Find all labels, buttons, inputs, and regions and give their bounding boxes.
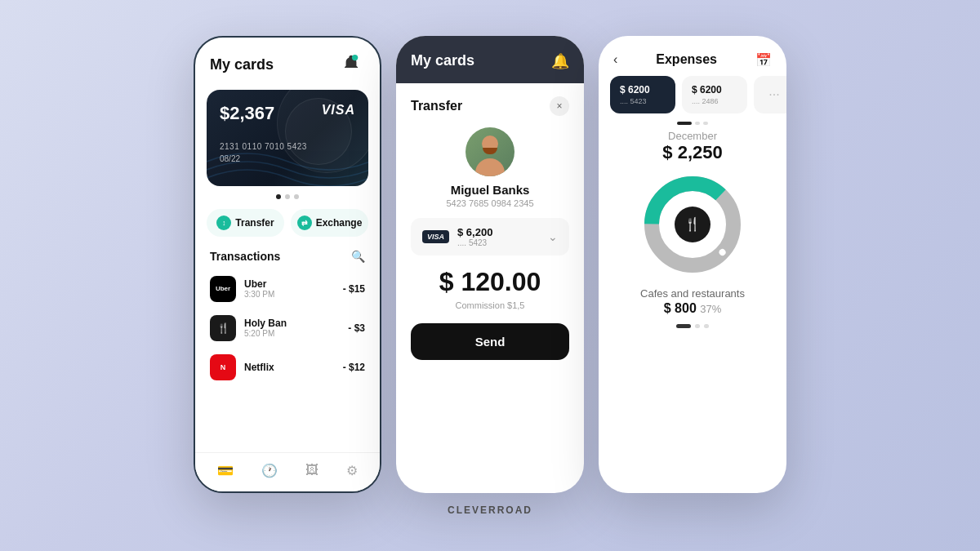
- nav-image-icon[interactable]: 🖼: [305, 463, 318, 478]
- phone2-transfer-panel: Transfer × Miguel Banks 5423 7685 0984 2…: [396, 83, 584, 373]
- mini-card-amount: $ 6200: [692, 84, 737, 96]
- svg-point-0: [352, 54, 358, 60]
- recipient-card-number: 5423 7685 0984 2345: [411, 198, 569, 208]
- transfer-icon: ↕: [216, 216, 231, 230]
- commission-label: Commission $1,5: [411, 300, 569, 310]
- donut-chart: 🍴: [639, 171, 746, 278]
- calendar-icon[interactable]: 📅: [755, 52, 772, 68]
- table-row[interactable]: 🍴 Holy Ban 5:20 PM - $3: [195, 309, 380, 348]
- payment-card[interactable]: $2,367 VISA 2131 0110 7010 5423 08/22: [207, 90, 368, 186]
- nav-gear-icon[interactable]: ⚙: [346, 463, 358, 478]
- card-selector[interactable]: VISA $ 6,200 .... 5423 ⌄: [411, 218, 569, 256]
- txn-amount: - $15: [343, 283, 365, 295]
- phone2-dark-header: My cards 🔔: [396, 36, 584, 83]
- inactive-dot: [695, 324, 700, 328]
- phone-3: ‹ Expenses 📅 $ 6200 .... 5423 $ 6200 ...…: [599, 36, 786, 493]
- brand-label: CLEVERROAD: [448, 504, 532, 516]
- expenses-title: Expenses: [656, 52, 717, 67]
- phone2-dark-title: My cards: [411, 52, 474, 69]
- phone-1: My cards $2,367 VISA 2131 0110 7010 5423…: [194, 36, 381, 493]
- phone1-title: My cards: [210, 56, 274, 73]
- nav-card-icon[interactable]: 💳: [217, 463, 234, 478]
- recipient-name: Miguel Banks: [411, 183, 569, 197]
- txn-name: Uber: [244, 278, 335, 290]
- page-dots: [599, 324, 786, 328]
- exchange-icon: ⇄: [297, 216, 312, 230]
- card-carousel: $ 6200 .... 5423 $ 6200 .... 2486 ···: [599, 76, 786, 122]
- close-button[interactable]: ×: [550, 96, 569, 116]
- card-amount: $2,367: [220, 103, 355, 124]
- transfer-label: Transfer: [235, 217, 274, 229]
- restaurant-icon: 🍴: [675, 207, 710, 242]
- send-button[interactable]: Send: [411, 323, 569, 360]
- transfer-header: Transfer ×: [411, 96, 569, 116]
- list-item[interactable]: $ 6200 .... 5423: [610, 76, 675, 113]
- month-label: December: [599, 130, 786, 142]
- nav-clock-icon[interactable]: 🕐: [261, 463, 278, 478]
- card-brand: VISA: [322, 103, 355, 118]
- card-selector-amount: $ 6,200: [457, 226, 540, 238]
- table-row[interactable]: N Netflix - $12: [195, 348, 380, 387]
- mini-card-amount: $ 6200: [620, 84, 666, 96]
- mini-card-number: .... 2486: [692, 97, 737, 105]
- table-row[interactable]: Uber Uber 3:30 PM - $15: [195, 269, 380, 309]
- card-selector-number: .... 5423: [457, 238, 540, 247]
- back-button[interactable]: ‹: [613, 52, 617, 67]
- phone-2: My cards 🔔 Transfer × Miguel Banks 5423 …: [396, 36, 584, 493]
- list-item[interactable]: ···: [754, 76, 786, 113]
- exchange-button[interactable]: ⇄ Exchange: [291, 209, 368, 237]
- food-logo: 🍴: [210, 315, 236, 341]
- category-pct: 37%: [700, 303, 721, 315]
- transfer-amount: $ 120.00: [411, 267, 569, 297]
- phone3-header: ‹ Expenses 📅: [599, 36, 786, 76]
- chevron-down-icon: ⌄: [548, 230, 558, 243]
- card-carousel-dots: [195, 194, 380, 199]
- category-amount: $ 800 37%: [599, 301, 786, 316]
- phone1-header: My cards: [195, 38, 380, 85]
- txn-time: 3:30 PM: [244, 290, 335, 299]
- inactive-dot: [704, 324, 709, 328]
- bell-icon[interactable]: [342, 54, 365, 77]
- txn-amount: - $12: [343, 362, 365, 373]
- txn-name: Netflix: [244, 362, 335, 373]
- active-dot: [676, 324, 691, 328]
- bottom-nav: 💳 🕐 🖼 ⚙: [195, 452, 380, 491]
- txn-name: Holy Ban: [244, 318, 340, 329]
- carousel-indicator: [599, 122, 786, 125]
- recipient-avatar: [466, 127, 514, 176]
- transactions-title: Transactions: [210, 250, 280, 263]
- netflix-logo: N: [210, 354, 236, 380]
- transfer-title: Transfer: [411, 99, 462, 113]
- txn-amount: - $3: [348, 322, 365, 334]
- transactions-header: Transactions 🔍: [195, 245, 380, 269]
- search-icon[interactable]: 🔍: [351, 250, 365, 263]
- category-label: Cafes and restaurants: [599, 287, 786, 300]
- uber-logo: Uber: [210, 276, 236, 302]
- month-amount: $ 2,250: [599, 142, 786, 163]
- action-buttons: ↕ Transfer ⇄ Exchange: [195, 204, 380, 245]
- visa-badge: VISA: [422, 230, 449, 243]
- list-item[interactable]: $ 6200 .... 2486: [682, 76, 747, 113]
- mini-card-number: .... 5423: [620, 97, 666, 105]
- transfer-button[interactable]: ↕ Transfer: [207, 209, 284, 237]
- exchange-label: Exchange: [316, 217, 363, 229]
- phone2-bell-icon[interactable]: 🔔: [551, 52, 569, 70]
- txn-time: 5:20 PM: [244, 329, 340, 338]
